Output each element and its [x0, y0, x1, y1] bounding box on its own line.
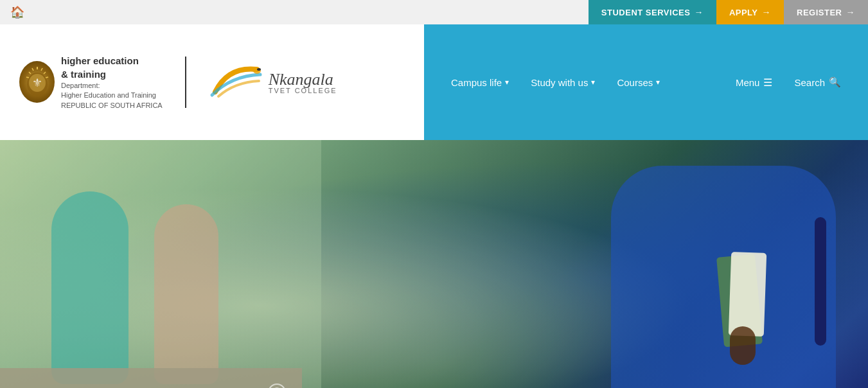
- register-button[interactable]: REGISTER →: [784, 0, 868, 24]
- navigation: Campus life ▾ Study with us ▾ Courses ▾ …: [424, 24, 868, 140]
- college-name-area: Nkangala TVET COLLEGE: [269, 70, 337, 94]
- government-logo: ⚜ higher education & training De: [19, 54, 163, 110]
- nav-search[interactable]: Search 🔍: [786, 71, 849, 93]
- apply-button[interactable]: APPLY →: [716, 0, 784, 24]
- govt-line1: higher education & training: [61, 54, 163, 81]
- apply-arrow: →: [762, 7, 772, 17]
- register-arrow: →: [846, 7, 856, 17]
- svg-line-8: [26, 77, 29, 78]
- student-services-arrow: →: [694, 7, 704, 17]
- svg-line-9: [46, 77, 48, 78]
- government-text: higher education & training Department: …: [61, 54, 163, 110]
- svg-line-4: [32, 68, 33, 71]
- search-icon: 🔍: [829, 76, 841, 88]
- breadcrumb-bar: HOME > APPLICATION PROCESS: [0, 368, 302, 388]
- hero-overlay: [0, 140, 868, 388]
- courses-label: Courses: [617, 77, 653, 88]
- college-sub-text: TVET COLLEGE: [269, 87, 337, 94]
- svg-line-5: [41, 68, 42, 71]
- study-with-us-label: Study with us: [531, 77, 588, 88]
- top-bar-buttons: STUDENT SERVICES → APPLY → REGISTER →: [589, 0, 868, 24]
- logo-divider: [185, 57, 186, 108]
- college-logo[interactable]: Nkangala TVET COLLEGE: [209, 63, 337, 101]
- svg-line-7: [44, 72, 46, 74]
- campus-life-chevron: ▾: [505, 78, 509, 87]
- student-services-label: STUDENT SERVICES: [601, 8, 691, 17]
- campus-life-label: Campus life: [451, 77, 502, 88]
- search-label: Search: [794, 77, 825, 88]
- breadcrumb-scroll-icon[interactable]: [268, 384, 286, 389]
- nav-campus-life[interactable]: Campus life ▾: [443, 72, 517, 93]
- svg-line-6: [29, 72, 31, 74]
- logo-area: ⚜ higher education & training De: [0, 24, 424, 140]
- home-icon[interactable]: 🏠: [10, 5, 24, 19]
- svg-text:⚜: ⚜: [32, 76, 42, 89]
- svg-point-11: [257, 68, 261, 71]
- nav-study-with-us[interactable]: Study with us ▾: [523, 72, 603, 93]
- college-logo-icon: [209, 63, 263, 101]
- hamburger-icon: ☰: [763, 76, 772, 89]
- coat-of-arms: ⚜: [19, 61, 55, 103]
- nav-menu[interactable]: Menu ☰: [728, 71, 781, 94]
- apply-label: APPLY: [729, 8, 758, 17]
- hero-section: HOME > APPLICATION PROCESS: [0, 140, 868, 388]
- student-services-button[interactable]: STUDENT SERVICES →: [589, 0, 716, 24]
- menu-label: Menu: [736, 77, 760, 88]
- courses-chevron: ▾: [656, 78, 660, 87]
- nav-courses[interactable]: Courses ▾: [609, 72, 668, 93]
- header: ⚜ higher education & training De: [0, 24, 868, 140]
- study-with-us-chevron: ▾: [591, 78, 595, 87]
- govt-dept: Department: Higher Education and Trainin…: [61, 81, 163, 110]
- register-label: REGISTER: [797, 8, 842, 17]
